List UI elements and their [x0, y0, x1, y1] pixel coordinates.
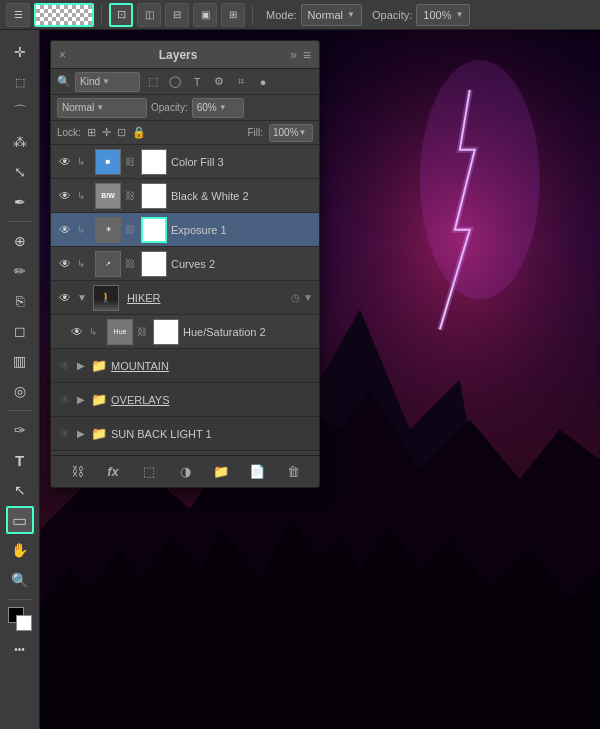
lock-artboard-btn[interactable]: ⊡ — [117, 126, 126, 139]
opacity-dropdown[interactable]: 100% ▼ — [416, 4, 470, 26]
layer-group-expand[interactable]: ▶ — [77, 394, 85, 405]
magic-wand-tool[interactable]: ⁂ — [6, 128, 34, 156]
layer-visibility-toggle[interactable]: 👁 — [69, 324, 85, 340]
layer-group-expand[interactable]: ▶ — [77, 428, 85, 439]
tool-btn-4[interactable]: ▣ — [193, 3, 217, 27]
layer-chain-icon: ⛓ — [125, 156, 137, 167]
layer-link-icon: ↳ — [77, 224, 91, 235]
crop-tool[interactable]: ⤡ — [6, 158, 34, 186]
delete-layer-btn[interactable]: 🗑 — [282, 461, 304, 483]
layer-row-group[interactable]: 👁 ▶ 📁 MOUNTAIN — [51, 349, 319, 383]
layer-visibility-toggle[interactable]: 👁 — [57, 426, 73, 442]
layer-mask-thumb — [141, 217, 167, 243]
add-mask-btn[interactable]: ⬚ — [138, 461, 160, 483]
brush-tool[interactable]: ✏ — [6, 257, 34, 285]
tool-btn-5[interactable]: ⊞ — [221, 3, 245, 27]
panel-bottom: ⛓ fx ⬚ ◑ 📁 📄 🗑 — [51, 455, 319, 487]
layer-blend-dropdown[interactable]: Normal ▼ — [57, 98, 147, 118]
new-layer-btn[interactable]: 📄 — [246, 461, 268, 483]
tool-options-btn[interactable]: ⊡ — [109, 3, 133, 27]
layer-smart-object-icons: ◷▼ — [291, 292, 313, 303]
layer-group-expand[interactable]: ▶ — [77, 360, 85, 371]
layer-visibility-toggle[interactable]: 👁 — [57, 358, 73, 374]
layer-row-group[interactable]: 👁 ▶ 📁 SUN BACK LIGHT 1 — [51, 417, 319, 451]
layer-row[interactable]: 👁 ↳ ■ ⛓ Color Fill 3 — [51, 145, 319, 179]
heal-tool[interactable]: ⊕ — [6, 227, 34, 255]
kind-dropdown[interactable]: Kind ▼ — [75, 72, 140, 92]
filter-icon-2[interactable]: ◯ — [166, 73, 184, 91]
panel-collapse-btn[interactable]: » — [290, 48, 297, 62]
layer-row-selected[interactable]: 👁 ↳ ☀ ⛓ Exposure 1 — [51, 213, 319, 247]
eyedropper-tool[interactable]: ✒ — [6, 188, 34, 216]
layer-name: Color Fill 3 — [171, 156, 313, 168]
more-tools[interactable]: ••• — [6, 635, 34, 663]
folder-icon: 📁 — [91, 358, 107, 373]
filter-icon-3[interactable]: T — [188, 73, 206, 91]
layer-opacity-input[interactable]: 60% ▼ — [192, 98, 244, 118]
add-adjustment-btn[interactable]: ◑ — [174, 461, 196, 483]
tool-btn-2[interactable]: ◫ — [137, 3, 161, 27]
fill-label: Fill: — [247, 127, 263, 138]
filter-icon-1[interactable]: ⬚ — [144, 73, 162, 91]
group-layers-btn[interactable]: 📁 — [210, 461, 232, 483]
layer-visibility-toggle[interactable]: 👁 — [57, 154, 73, 170]
svg-point-4 — [420, 60, 540, 300]
lock-all-btn[interactable]: 🔒 — [132, 126, 146, 139]
layer-name: SUN BACK LIGHT 1 — [111, 428, 313, 440]
opacity-row-label: Opacity: — [151, 102, 188, 113]
pen-tool[interactable]: ✑ — [6, 416, 34, 444]
filter-icon-5[interactable]: ⌗ — [232, 73, 250, 91]
layer-row[interactable]: 👁 ↳ Hue ⛓ Hue/Saturation 2 — [51, 315, 319, 349]
kind-label: Kind — [80, 76, 100, 87]
lasso-tool[interactable]: ⌒ — [6, 98, 34, 126]
layer-visibility-toggle[interactable]: 👁 — [57, 290, 73, 306]
link-layers-btn[interactable]: ⛓ — [66, 461, 88, 483]
layer-visibility-toggle[interactable]: 👁 — [57, 222, 73, 238]
layer-visibility-toggle[interactable]: 👁 — [57, 256, 73, 272]
layer-name: OVERLAYS — [111, 394, 313, 406]
gradient-tool[interactable]: ▥ — [6, 347, 34, 375]
fx-btn[interactable]: fx — [102, 461, 124, 483]
lock-pos-btn[interactable]: ✛ — [102, 126, 111, 139]
mode-label: Mode: — [266, 9, 297, 21]
layer-thumbnail: 🚶 — [93, 285, 119, 311]
tool-btn-3[interactable]: ⊟ — [165, 3, 189, 27]
path-select-tool[interactable]: ↖ — [6, 476, 34, 504]
folder-icon: 📁 — [91, 426, 107, 441]
layer-row-group[interactable]: 👁 ▶ 📁 OVERLAYS — [51, 383, 319, 417]
brush-preset-picker[interactable] — [34, 3, 94, 27]
marquee-tool[interactable]: ⬚ — [6, 68, 34, 96]
layer-blend-arrow: ▼ — [96, 103, 104, 112]
opacity-label: Opacity: — [372, 9, 412, 21]
kind-arrow: ▼ — [102, 77, 110, 86]
panel-title: Layers — [159, 48, 198, 62]
zoom-tool[interactable]: 🔍 — [6, 566, 34, 594]
hand-tool[interactable]: ✋ — [6, 536, 34, 564]
layer-row[interactable]: 👁 ↳ B/W ⛓ Black & White 2 — [51, 179, 319, 213]
blend-mode-arrow: ▼ — [347, 10, 355, 19]
blend-mode-dropdown[interactable]: Normal ▼ — [301, 4, 362, 26]
eraser-tool[interactable]: ◻ — [6, 317, 34, 345]
move-tool[interactable]: ✛ — [6, 38, 34, 66]
clone-tool[interactable]: ⎘ — [6, 287, 34, 315]
layer-mask-thumb — [141, 149, 167, 175]
layer-opacity-arrow: ▼ — [219, 103, 227, 112]
layer-name: HIKER — [127, 292, 287, 304]
panel-close-btn[interactable]: × — [59, 48, 66, 62]
foreground-bg-color[interactable] — [6, 605, 34, 633]
lock-pixels-btn[interactable]: ⊞ — [87, 126, 96, 139]
layer-name: Hue/Saturation 2 — [183, 326, 313, 338]
layer-row[interactable]: 👁 ↳ ↗ ⛓ Curves 2 — [51, 247, 319, 281]
layer-group-expand[interactable]: ▼ — [77, 292, 87, 303]
filter-icon-6[interactable]: ● — [254, 73, 272, 91]
fill-input[interactable]: 100% ▼ — [269, 124, 313, 142]
rect-shape-tool[interactable]: ▭ — [6, 506, 34, 534]
layer-visibility-toggle[interactable]: 👁 — [57, 392, 73, 408]
blur-tool[interactable]: ◎ — [6, 377, 34, 405]
menu-btn[interactable]: ☰ — [6, 3, 30, 27]
layer-row-group[interactable]: 👁 ▼ 🚶 HIKER ◷▼ — [51, 281, 319, 315]
panel-menu-btn[interactable]: ≡ — [303, 47, 311, 63]
layer-visibility-toggle[interactable]: 👁 — [57, 188, 73, 204]
type-tool[interactable]: T — [6, 446, 34, 474]
filter-icon-4[interactable]: ⚙ — [210, 73, 228, 91]
